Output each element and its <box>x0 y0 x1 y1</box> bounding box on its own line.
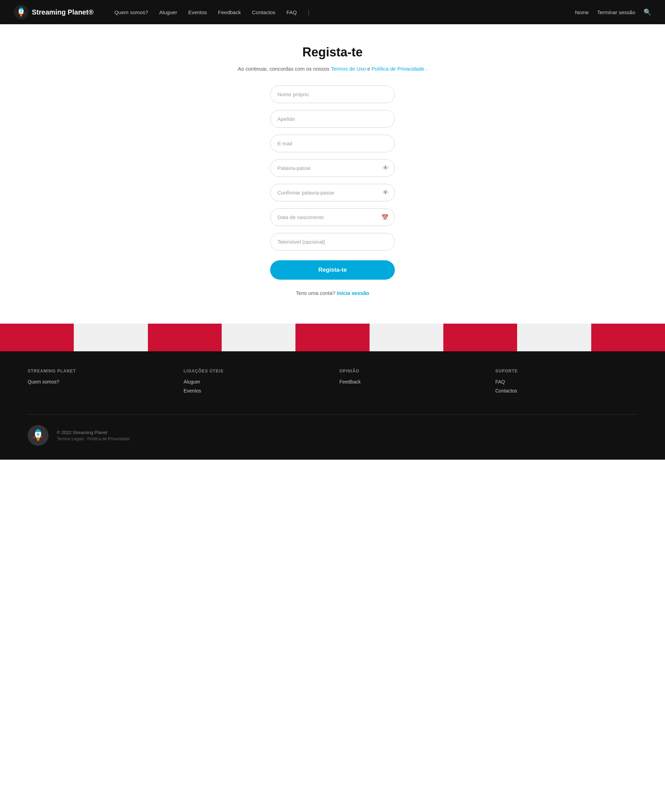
first-name-input[interactable] <box>270 85 395 103</box>
footer-col-title-1: STREAMING PLANET <box>28 369 170 374</box>
strip-seg-4 <box>222 323 295 351</box>
confirm-password-wrapper: 👁 <box>270 184 395 201</box>
birthdate-wrapper: 📅 <box>270 208 395 226</box>
nav-link-eventos[interactable]: Eventos <box>188 9 207 15</box>
footer-col-opiniao: OPINIÃO Feedback <box>339 369 482 397</box>
terms-text: Ao continuar, concordas com os nossos Te… <box>238 66 428 72</box>
footer-link-eventos[interactable]: Eventos <box>183 388 326 394</box>
footer-col-title-2: LIGAÇÕES ÚTEIS <box>183 369 326 374</box>
password-eye-icon[interactable]: 👁 <box>383 165 388 172</box>
phone-input[interactable] <box>270 233 395 251</box>
nav-link-aluguer[interactable]: Aluguer <box>159 9 177 15</box>
login-text: Tens uma conta? Inicia sessão <box>270 290 395 296</box>
footer-privacy-link[interactable]: Política de Privacidade <box>87 436 129 441</box>
nav-logo[interactable]: Streaming Planet® <box>14 5 93 20</box>
terms-of-use-link[interactable]: Termos de Uso <box>331 66 366 72</box>
nav-link-contactos[interactable]: Contactos <box>252 9 275 15</box>
strip-seg-9 <box>591 323 665 351</box>
page-title: Regista-te <box>302 45 363 60</box>
nav-link-feedback[interactable]: Feedback <box>218 9 241 15</box>
svg-point-12 <box>37 437 39 441</box>
footer-link-feedback[interactable]: Feedback <box>339 379 482 384</box>
footer-link-aluguer[interactable]: Aluguer <box>183 379 326 384</box>
email-input[interactable] <box>270 135 395 152</box>
svg-point-13 <box>37 433 39 436</box>
nav-divider: | <box>308 9 310 16</box>
calendar-icon[interactable]: 📅 <box>381 214 388 221</box>
birthdate-input[interactable] <box>270 208 395 226</box>
footer-col-streaming-planet: STREAMING PLANET Quem somos? <box>28 369 170 397</box>
svg-point-5 <box>20 13 22 16</box>
nav-username: Nome <box>575 9 589 15</box>
footer-col-title-3: OPINIÃO <box>339 369 482 374</box>
last-name-input[interactable] <box>270 110 395 128</box>
privacy-policy-link[interactable]: Política de Privacidade <box>372 66 425 72</box>
navbar: Streaming Planet® Quem somos? Aluguer Ev… <box>0 0 665 24</box>
strip-seg-2 <box>74 323 147 351</box>
footer-logo-icon <box>28 425 49 446</box>
terms-suffix: . <box>426 66 428 72</box>
confirm-password-eye-icon[interactable]: 👁 <box>383 190 388 196</box>
svg-point-6 <box>20 10 22 13</box>
strip-seg-1 <box>0 323 74 351</box>
first-name-wrapper <box>270 85 395 103</box>
password-input[interactable] <box>270 159 395 177</box>
footer-col-ligacoes-uteis: LIGAÇÕES ÚTEIS Aluguer Eventos <box>183 369 326 397</box>
strip-seg-7 <box>443 323 517 351</box>
footer-copyright: © 2022 Streaming Planet <box>57 430 129 435</box>
nav-signout-link[interactable]: Terminar sessão <box>597 9 635 15</box>
footer-link-contactos[interactable]: Contactos <box>495 388 637 394</box>
footer-terms-link[interactable]: Termos Legais <box>57 436 84 441</box>
footer-col-title-4: SUPORTE <box>495 369 637 374</box>
login-prefix: Tens uma conta? <box>296 290 337 296</box>
footer-bottom: © 2022 Streaming Planet Termos Legais · … <box>28 414 637 446</box>
register-button[interactable]: Regista-te <box>270 260 395 280</box>
footer-copy-area: © 2022 Streaming Planet Termos Legais · … <box>57 430 129 441</box>
footer-link-faq[interactable]: FAQ <box>495 379 637 384</box>
footer-link-quem-somos[interactable]: Quem somos? <box>28 379 170 384</box>
email-wrapper <box>270 135 395 152</box>
register-form: 👁 👁 📅 Regista-te Tens uma conta? Inicia … <box>270 85 395 296</box>
logo-icon <box>14 5 28 20</box>
footer-legal-links: Termos Legais · Política de Privacidade <box>57 436 129 441</box>
footer: STREAMING PLANET Quem somos? LIGAÇÕES ÚT… <box>0 351 665 460</box>
strip-seg-6 <box>370 323 443 351</box>
footer-logo-area <box>28 425 49 446</box>
footer-grid: STREAMING PLANET Quem somos? LIGAÇÕES ÚT… <box>28 369 637 397</box>
nav-right: Nome Terminar sessão 🔍 <box>575 8 651 16</box>
terms-middle: e <box>367 66 372 72</box>
nav-link-faq[interactable]: FAQ <box>287 9 297 15</box>
phone-wrapper <box>270 233 395 251</box>
confirm-password-input[interactable] <box>270 184 395 201</box>
search-icon[interactable]: 🔍 <box>644 8 651 16</box>
brand-name: Streaming Planet® <box>32 8 93 16</box>
strip-seg-5 <box>295 323 369 351</box>
nav-link-quem-somos[interactable]: Quem somos? <box>114 9 148 15</box>
nav-links: Quem somos? Aluguer Eventos Feedback Con… <box>114 9 575 16</box>
last-name-wrapper <box>270 110 395 128</box>
color-strip <box>0 323 665 351</box>
main-content: Regista-te Ao continuar, concordas com o… <box>0 24 665 323</box>
login-link[interactable]: Inicia sessão <box>337 290 369 296</box>
password-wrapper: 👁 <box>270 159 395 177</box>
terms-prefix: Ao continuar, concordas com os nossos <box>238 66 331 72</box>
strip-seg-8 <box>517 323 591 351</box>
footer-col-suporte: SUPORTE FAQ Contactos <box>495 369 637 397</box>
strip-seg-3 <box>148 323 222 351</box>
